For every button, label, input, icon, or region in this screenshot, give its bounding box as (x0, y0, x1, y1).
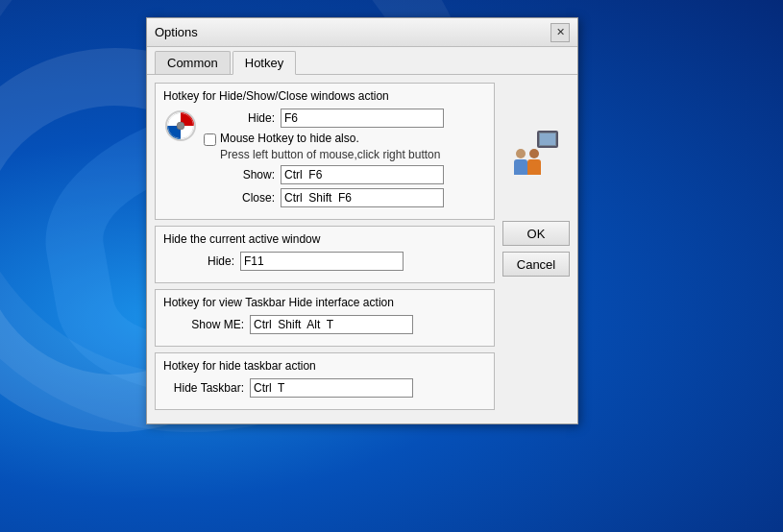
taskbar-hide-section: Hotkey for hide taskbar action Hide Task… (155, 352, 495, 410)
app-icon-area (163, 109, 198, 211)
show-me-label: Show ME: (163, 318, 250, 331)
hotkey-windows-title: Hotkey for Hide/Show/Close windows actio… (163, 89, 486, 103)
hotkey-windows-section: Hotkey for Hide/Show/Close windows actio… (155, 83, 495, 220)
show-field-row: Show: (204, 165, 486, 184)
close-button[interactable]: ✕ (551, 23, 570, 42)
tab-bar: Common Hotkey (147, 47, 577, 75)
monitor-icon (537, 131, 558, 148)
active-hide-label: Hide: (163, 254, 240, 268)
hide-taskbar-label: Hide Taskbar: (163, 381, 250, 395)
figure-1-body (514, 159, 527, 175)
taskbar-view-title: Hotkey for view Taskbar Hide interface a… (163, 296, 486, 309)
active-hide-input[interactable] (240, 252, 404, 271)
figure-2 (527, 149, 541, 175)
ok-button[interactable]: OK (502, 221, 570, 246)
logo-svg (167, 112, 194, 139)
show-me-row: Show ME: (163, 315, 486, 334)
hide-taskbar-row: Hide Taskbar: (163, 378, 486, 398)
figure-1 (514, 149, 527, 175)
close-label: Close: (204, 191, 281, 205)
show-label: Show: (204, 168, 281, 181)
app-logo-icon (165, 110, 196, 141)
figure-1-head (516, 149, 526, 158)
side-content: OK Cancel (502, 83, 570, 416)
title-bar: Options ✕ (147, 18, 577, 47)
mouse-hotkey-row: Mouse Hotkey to hide also. (204, 132, 486, 146)
show-input[interactable] (281, 165, 444, 184)
mouse-hotkey-label: Mouse Hotkey to hide also. (220, 132, 359, 145)
mouse-hotkey-sublabel: Press left button of mouse,click right b… (204, 148, 486, 161)
dialog-body: Hotkey for Hide/Show/Close windows actio… (147, 75, 577, 423)
dialog-title: Options (155, 25, 198, 39)
hide-field-row: Hide: (204, 109, 486, 128)
main-content: Hotkey for Hide/Show/Close windows actio… (155, 83, 495, 416)
hide-label: Hide: (204, 111, 281, 125)
tab-common[interactable]: Common (155, 51, 231, 74)
taskbar-hide-title: Hotkey for hide taskbar action (163, 359, 486, 373)
show-me-input[interactable] (250, 315, 413, 334)
active-hide-row: Hide: (163, 252, 486, 271)
tab-hotkey[interactable]: Hotkey (232, 51, 296, 75)
active-window-section: Hide the current active window Hide: (155, 226, 495, 283)
hotkey-inner: Hide: Mouse Hotkey to hide also. Press l… (163, 109, 486, 211)
close-field-row: Close: (204, 188, 486, 207)
figures-icon (512, 131, 560, 179)
close-input[interactable] (281, 188, 444, 207)
hide-taskbar-input[interactable] (250, 378, 413, 398)
monitor-screen (540, 133, 555, 145)
options-dialog: Options ✕ Common Hotkey Hotkey for Hide/… (146, 17, 578, 424)
active-window-title: Hide the current active window (163, 232, 486, 246)
figure-2-head (529, 149, 539, 158)
cancel-button[interactable]: Cancel (502, 252, 570, 277)
hide-input[interactable] (281, 109, 444, 128)
taskbar-view-section: Hotkey for view Taskbar Hide interface a… (155, 289, 495, 347)
mouse-hotkey-checkbox[interactable] (204, 133, 216, 146)
dialog-buttons: OK Cancel (502, 221, 570, 277)
figure-2-body (527, 159, 541, 175)
svg-point-1 (177, 122, 184, 130)
hotkey-fields: Hide: Mouse Hotkey to hide also. Press l… (204, 109, 486, 211)
